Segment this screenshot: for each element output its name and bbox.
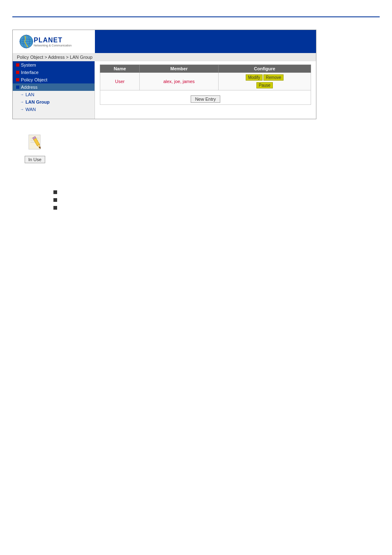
new-entry-cell: New Entry xyxy=(100,90,311,105)
new-entry-row: New Entry xyxy=(100,90,311,105)
bullet-icon-3 xyxy=(53,206,57,210)
bullet-icon-2 xyxy=(53,198,57,202)
note-section: In Use xyxy=(12,132,380,163)
sidebar-item-system[interactable]: System xyxy=(13,61,95,69)
brand-subtitle: Networking & Communication xyxy=(34,44,71,47)
cell-member: alex, joe, james xyxy=(140,73,219,90)
logo-panel: PLANET Networking & Communication xyxy=(13,30,95,53)
nav-panel xyxy=(95,30,316,53)
sidebar-item-lan-group[interactable]: → LAN Group xyxy=(13,98,95,106)
list-item xyxy=(53,196,339,204)
col-configure: Configure xyxy=(218,65,311,73)
new-entry-button[interactable]: New Entry xyxy=(191,95,221,103)
logo-text: PLANET Networking & Communication xyxy=(34,37,71,47)
system-icon xyxy=(16,63,19,67)
col-member: Member xyxy=(140,65,219,73)
content-area: PLANET Networking & Communication Policy… xyxy=(0,17,392,220)
policy-icon xyxy=(16,78,19,81)
cell-name: User xyxy=(100,73,140,90)
bullet-list xyxy=(53,188,339,211)
bullet-icon-1 xyxy=(53,190,57,194)
sidebar-item-policy-object[interactable]: Policy Object xyxy=(13,76,95,83)
main-content: Name Member Configure User alex, joe, ja… xyxy=(95,61,316,119)
page-wrapper: PLANET Networking & Communication Policy… xyxy=(0,16,392,555)
sidebar-item-lan[interactable]: → LAN xyxy=(13,91,95,98)
pause-button[interactable]: Pause xyxy=(256,82,273,88)
lan-arrow-icon: → xyxy=(20,92,24,97)
ui-container: PLANET Networking & Communication Policy… xyxy=(12,30,316,119)
remove-button[interactable]: Remove xyxy=(263,74,284,81)
list-item xyxy=(53,188,339,196)
wan-arrow-icon: → xyxy=(20,107,24,111)
planet-logo-globe xyxy=(19,34,34,49)
cell-configure: Modify Remove Pause xyxy=(218,73,311,90)
lan-group-arrow-icon: → xyxy=(20,100,24,104)
sidebar: System Interface Policy Object Address xyxy=(13,61,95,119)
lan-group-table: Name Member Configure User alex, joe, ja… xyxy=(100,65,311,105)
sidebar-item-address[interactable]: Address xyxy=(13,83,95,91)
configure-buttons-row: Modify Remove xyxy=(246,74,284,81)
col-name: Name xyxy=(100,65,140,73)
brand-name: PLANET xyxy=(34,37,71,44)
note-pencil-icon xyxy=(25,132,45,152)
modify-button[interactable]: Modify xyxy=(246,74,263,81)
interface-icon xyxy=(16,71,19,74)
breadcrumb: Policy Object > Address > LAN Group xyxy=(13,53,316,61)
bullet-section xyxy=(12,188,380,211)
ui-header: PLANET Networking & Communication xyxy=(13,30,316,53)
main-layout: System Interface Policy Object Address xyxy=(13,61,316,119)
table-row: User alex, joe, james Modify Remove Paus… xyxy=(100,73,311,90)
list-item xyxy=(53,204,339,211)
sidebar-item-interface[interactable]: Interface xyxy=(13,69,95,76)
address-icon xyxy=(16,86,19,89)
configure-cell: Modify Remove Pause xyxy=(222,74,307,88)
in-use-badge: In Use xyxy=(25,153,367,163)
sidebar-item-wan[interactable]: → WAN xyxy=(13,106,95,113)
